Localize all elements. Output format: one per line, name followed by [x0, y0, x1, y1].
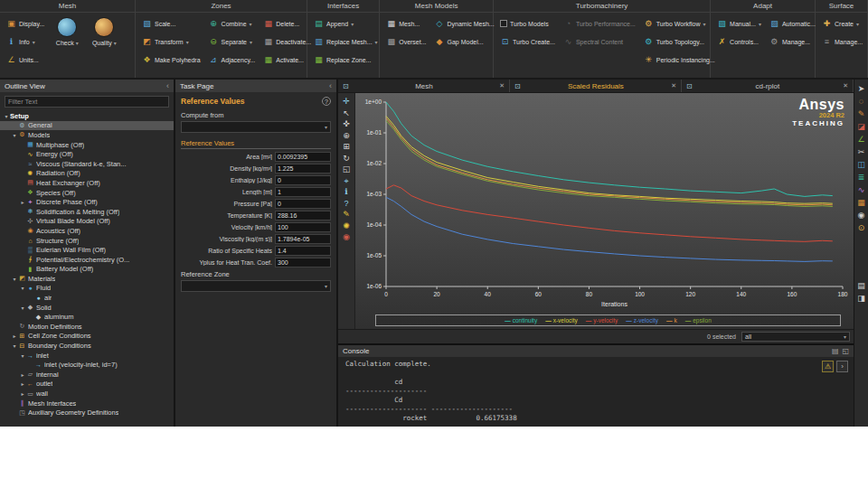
reference-zone-select[interactable]: ▾ [181, 280, 331, 292]
tree-item-energy-off[interactable]: ∿Energy (Off) [0, 149, 174, 159]
camera-icon[interactable]: ◉ [343, 232, 350, 241]
tab-close-icon[interactable]: ✕ [499, 82, 505, 89]
ribbon-mesh-models-gap-model-button[interactable]: ◆Gap Model... [432, 33, 497, 50]
ribbon-zones-make-polyhedra-button[interactable]: ❖Make Polyhedra [139, 52, 203, 68]
ribbon-mesh-units-button[interactable]: ∠Units... [4, 52, 47, 68]
tab-scaled-residuals[interactable]: ⊡Scaled Residuals✕ [510, 80, 682, 92]
tree-item-potential-electrochemistry-o[interactable]: ∮Potential/Electrochemistry (O... [0, 255, 174, 265]
density-kg-m-input[interactable]: 1.225 [275, 164, 331, 174]
light-icon[interactable]: ✺ [343, 221, 350, 230]
length-m-input[interactable]: 1 [275, 187, 331, 197]
filter-text-input[interactable] [5, 96, 169, 108]
tree-item-general[interactable]: ⚙General [0, 121, 174, 131]
zoom-in-icon[interactable]: ⊕ [343, 131, 350, 140]
ribbon-adapt-manual-button[interactable]: ▧Manual...▾ [714, 15, 764, 32]
expand-console-icon[interactable]: › [836, 361, 848, 372]
ribbon-interfaces-append-button[interactable]: ▤Append▾ [311, 15, 381, 32]
tree-item-setup[interactable]: ▾Setup [0, 111, 174, 121]
ribbon-zones-delete-button[interactable]: ▦Delete... [260, 15, 314, 32]
ribbon-turbomachinery-turbo-topology-button[interactable]: ⚙Turbo Topology... [641, 33, 718, 50]
ribbon-mesh-display-button[interactable]: ▣Display... [4, 15, 47, 32]
help-icon[interactable]: ? [322, 97, 331, 106]
ratio-of-specific-heats-input[interactable]: 1.4 [275, 246, 331, 256]
ribbon-turbomachinery-periodic-instancing-button[interactable]: ✳Periodic Instancing... [641, 52, 718, 68]
velocity-km-h-input[interactable]: 100 [275, 222, 331, 232]
info-view-icon[interactable]: ℹ [344, 187, 347, 196]
tree-item-wall[interactable]: ▸▭wall [0, 389, 174, 399]
expander-icon[interactable]: ▸ [19, 199, 26, 205]
lasso-select-icon[interactable]: ◌ [859, 97, 863, 106]
tree-item-outlet[interactable]: ▸←outlet [0, 380, 174, 389]
tree-item-solidification-melting-off[interactable]: ❄Solidification & Melting (Off) [0, 207, 174, 217]
ruler-icon[interactable]: ∠ [857, 135, 864, 144]
pressure-pa-input[interactable]: 0 [275, 199, 331, 209]
ribbon-mesh-check-button[interactable]: Check▾ [50, 15, 84, 46]
expander-icon[interactable]: ▸ [11, 333, 18, 339]
tree-item-aluminum[interactable]: ◆aluminum [0, 312, 174, 322]
chart-tool-icon[interactable]: ∿ [858, 185, 865, 194]
pin-panel-icon[interactable]: ⊙ [858, 223, 865, 232]
warning-icon[interactable]: ⚠ [822, 361, 834, 372]
tab-close-icon[interactable]: ✕ [671, 82, 676, 89]
tree-item-motion-definitions[interactable]: ↻Motion Definitions [0, 322, 174, 332]
ribbon-adapt-automatic-button[interactable]: ▨Automatic... [767, 15, 818, 32]
zoom-box-icon[interactable]: ⊞ [343, 142, 350, 151]
ribbon-zones-activate-button[interactable]: ▦Activate... [260, 52, 314, 68]
area-m-input[interactable]: 0.0092395 [275, 152, 331, 162]
ribbon-zones-combine-button[interactable]: ⊕Combine▾ [206, 15, 259, 32]
yplus-for-heat-tran-coef-input[interactable]: 300 [275, 258, 331, 267]
layers-icon[interactable]: ≣ [858, 173, 865, 182]
expander-icon[interactable]: ▾ [3, 113, 10, 119]
tree-item-solid[interactable]: ▾◆Solid [0, 303, 174, 313]
expander-icon[interactable]: ▾ [19, 305, 26, 311]
tab-close-icon[interactable]: ✕ [843, 82, 848, 89]
tree-item-virtual-blade-model-off[interactable]: ✣Virtual Blade Model (Off) [0, 217, 174, 227]
ribbon-adapt-controls-button[interactable]: ✗Controls... [714, 33, 764, 50]
compute-from-select[interactable]: ▾ [181, 121, 331, 133]
expander-icon[interactable]: ▸ [19, 371, 26, 378]
temperature-k-input[interactable]: 288.16 [275, 211, 331, 221]
ribbon-surface-create-button[interactable]: ✚Create▾ [819, 15, 865, 32]
tree-item-eulerian-wall-film-off[interactable]: ▒Eulerian Wall Film (Off) [0, 245, 174, 255]
tree-item-fluid[interactable]: ▾●Fluid [0, 284, 174, 294]
tree-item-air[interactable]: ●air [0, 293, 174, 303]
fit-view-icon[interactable]: ◱ [343, 164, 351, 174]
expander-icon[interactable]: ▸ [19, 380, 26, 387]
eraser-icon[interactable]: ◪ [857, 122, 865, 131]
expander-icon[interactable]: ▾ [11, 276, 18, 282]
console-detach-icon[interactable]: ◱ [842, 347, 849, 355]
ribbon-zones-scale-button[interactable]: ▧Scale... [139, 15, 203, 32]
ribbon-zones-separate-button[interactable]: ⊖Separate▾ [206, 33, 259, 50]
tab-mesh[interactable]: ⊡Mesh✕ [338, 80, 510, 92]
tree-item-discrete-phase-off[interactable]: ▸✦Discrete Phase (Off) [0, 197, 174, 207]
ribbon-mesh-models-dynamic-mesh-button[interactable]: ◇Dynamic Mesh... [432, 15, 497, 32]
ribbon-turbomachinery-spectral-content-button[interactable]: ∿Spectral Content [561, 33, 638, 50]
ribbon-surface-manage-button[interactable]: ≡Manage... [819, 33, 865, 50]
ribbon-mesh-models-mesh-button[interactable]: ▦Mesh... [383, 15, 429, 32]
tab-cd-rplot[interactable]: ⊡cd-rplot✕ [682, 80, 854, 92]
tree-item-inlet[interactable]: ▾→inlet [0, 351, 174, 361]
collapse-panel-icon[interactable]: ‹ [166, 81, 169, 90]
tree-item-boundary-conditions[interactable]: ▾⊟Boundary Conditions [0, 341, 174, 351]
tree-item-heat-exchanger-off[interactable]: ▤Heat Exchanger (Off) [0, 178, 174, 188]
console-options-icon[interactable]: ▤ [832, 347, 839, 355]
scissors-icon[interactable]: ✂ [858, 147, 865, 156]
ribbon-mesh-info-button[interactable]: ℹInfo▾ [4, 33, 47, 50]
ribbon-adapt-manage-button[interactable]: ⚙Manage... [767, 33, 818, 50]
grid-tool-icon[interactable]: ▦ [857, 198, 865, 207]
dock-console-icon[interactable]: ▤ [857, 281, 865, 290]
expander-icon[interactable]: ▾ [19, 285, 26, 291]
tree-item-viscous-standard-k-e-stan[interactable]: ≈Viscous (Standard k-e, Stan... [0, 159, 174, 169]
ribbon-interfaces-replace-zone-button[interactable]: ▦Replace Zone... [311, 52, 381, 68]
ribbon-mesh-quality-button[interactable]: Quality▾ [87, 15, 121, 46]
copy-view-icon[interactable]: ◫ [857, 160, 865, 169]
tree-item-cell-zone-conditions[interactable]: ▸⊞Cell Zone Conditions [0, 332, 174, 342]
ribbon-turbomachinery-turbo-performance-button[interactable]: ◔Turbo Performance... [561, 15, 638, 32]
pointer-icon[interactable]: ↖ [343, 108, 350, 117]
tree-item-structure-off[interactable]: ⌂Structure (Off) [0, 236, 174, 246]
enthalpy-j-kg-input[interactable]: 0 [275, 175, 331, 185]
pan-icon[interactable]: ✜ [343, 119, 350, 128]
ribbon-interfaces-replace-mesh-button[interactable]: ▥Replace Mesh...▾ [311, 33, 381, 50]
selection-scope-select[interactable]: all ▾ [741, 332, 850, 342]
tree-item-models[interactable]: ▾⚙Models [0, 130, 174, 140]
